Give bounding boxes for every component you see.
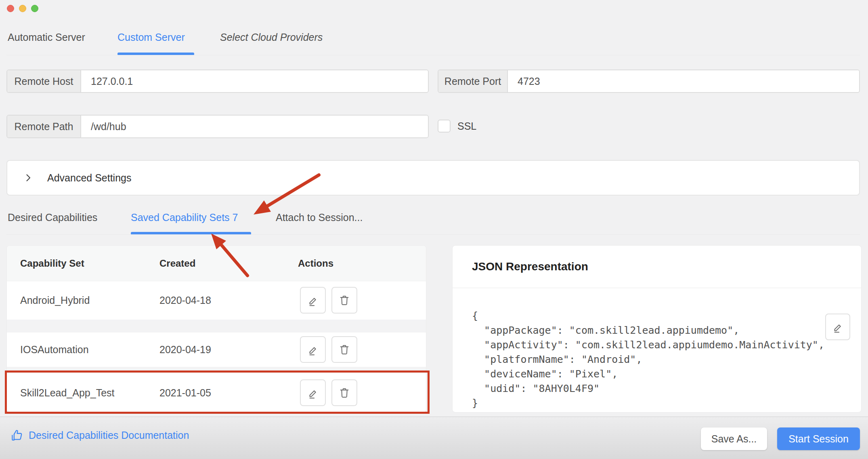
- column-capability-set: Capability Set: [20, 246, 84, 281]
- remote-path-label: Remote Path: [7, 116, 81, 137]
- delete-button[interactable]: [331, 287, 357, 314]
- json-line: "appActivity": "com.skill2lead.appiumdem…: [472, 338, 824, 352]
- json-line: "appPackage": "com.skill2lead.appiumdemo…: [472, 323, 824, 338]
- capability-set-name: IOSAutomation: [20, 333, 89, 367]
- pencil-icon: [307, 294, 319, 306]
- table-row[interactable]: Android_Hybrid 2020-04-18: [7, 281, 426, 320]
- ssl-label: SSL: [457, 120, 476, 132]
- column-actions: Actions: [298, 246, 333, 281]
- edit-button[interactable]: [300, 379, 326, 406]
- remote-path-field: Remote Path: [6, 115, 429, 138]
- edit-button[interactable]: [300, 336, 326, 363]
- thumbs-up-icon: [10, 428, 24, 442]
- remote-port-field: Remote Port: [438, 69, 860, 93]
- tab-bar-divider: [6, 55, 860, 55]
- json-code-block: { "appPackage": "com.skill2lead.appiumde…: [472, 309, 824, 411]
- row-separator: [7, 320, 426, 333]
- tab-attach-to-session[interactable]: Attach to Session...: [276, 212, 363, 223]
- remote-host-input[interactable]: [81, 70, 428, 92]
- column-created: Created: [159, 246, 195, 281]
- trash-icon: [338, 294, 350, 306]
- ssl-checkbox[interactable]: [438, 120, 451, 133]
- close-button[interactable]: [7, 5, 14, 12]
- remote-port-label: Remote Port: [438, 70, 508, 92]
- pencil-icon: [832, 321, 844, 333]
- json-line: "deviceName": "Pixel",: [472, 367, 824, 381]
- doc-link-label: Desired Capabilities Documentation: [29, 430, 189, 441]
- edit-json-button[interactable]: [825, 314, 850, 340]
- footer-bar: Desired Capabilities Documentation Save …: [0, 417, 868, 459]
- capability-set-created: 2020-04-19: [159, 333, 211, 367]
- capability-set-name: Skill2Lead_App_Test: [20, 373, 115, 413]
- start-session-button[interactable]: Start Session: [777, 427, 860, 450]
- zoom-button[interactable]: [31, 5, 38, 12]
- trash-icon: [338, 387, 350, 399]
- pencil-icon: [307, 343, 319, 356]
- edit-button[interactable]: [300, 287, 326, 314]
- tab-bar-divider: [6, 234, 860, 235]
- remote-host-label: Remote Host: [7, 70, 81, 92]
- saved-capability-sets-table: Capability Set Created Actions Android_H…: [6, 245, 426, 413]
- delete-button[interactable]: [331, 336, 357, 363]
- tab-desired-capabilities[interactable]: Desired Capabilities: [8, 212, 97, 223]
- json-panel-title: JSON Representation: [472, 246, 588, 288]
- json-line: "platformName": "Android",: [472, 352, 824, 367]
- tab-select-cloud-providers[interactable]: Select Cloud Providers: [220, 32, 323, 43]
- trash-icon: [338, 343, 350, 356]
- json-line: "udid": "8AHY0L4F9": [472, 381, 824, 396]
- table-header: Capability Set Created Actions: [7, 246, 426, 281]
- capability-set-name: Android_Hybrid: [20, 281, 90, 320]
- pencil-icon: [307, 387, 319, 399]
- advanced-settings-label: Advanced Settings: [47, 172, 131, 184]
- table-row[interactable]: Skill2Lead_App_Test 2021-01-05: [7, 373, 426, 413]
- save-as-button[interactable]: Save As...: [701, 427, 767, 450]
- tab-custom-server[interactable]: Custom Server: [117, 32, 185, 43]
- capability-set-created: 2021-01-05: [159, 373, 211, 413]
- chevron-right-icon: [23, 173, 33, 183]
- json-representation-panel: JSON Representation { "appPackage": "com…: [452, 245, 862, 413]
- json-line: }: [472, 396, 824, 411]
- json-line: {: [472, 309, 824, 323]
- remote-port-input[interactable]: [508, 70, 859, 92]
- divider: [453, 288, 861, 288]
- tab-automatic-server[interactable]: Automatic Server: [8, 32, 85, 43]
- remote-path-input[interactable]: [81, 116, 428, 137]
- minimize-button[interactable]: [19, 5, 26, 12]
- row-separator: [7, 367, 426, 373]
- delete-button[interactable]: [331, 379, 357, 406]
- advanced-settings-toggle[interactable]: Advanced Settings: [6, 160, 860, 196]
- capability-set-created: 2020-04-18: [159, 281, 211, 320]
- tab-saved-capability-sets[interactable]: Saved Capability Sets 7: [131, 212, 238, 223]
- remote-host-field: Remote Host: [6, 69, 429, 93]
- desired-capabilities-documentation-link[interactable]: Desired Capabilities Documentation: [10, 428, 189, 442]
- table-row[interactable]: IOSAutomation 2020-04-19: [7, 333, 426, 367]
